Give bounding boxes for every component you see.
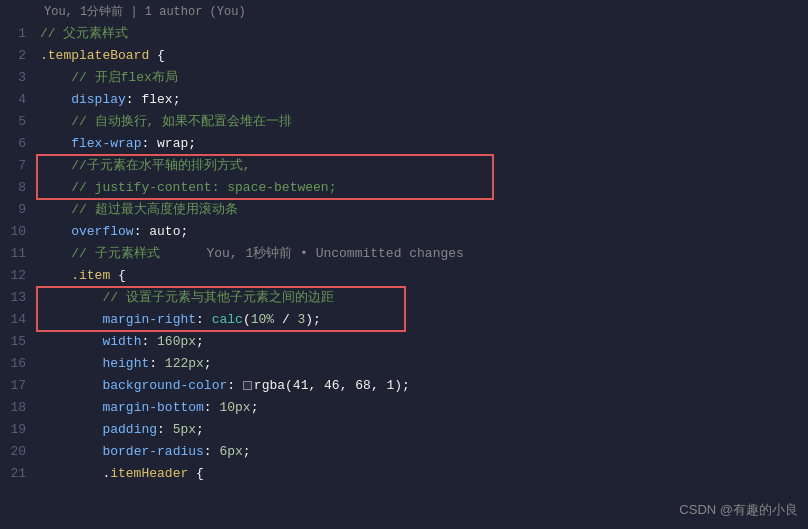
line-content[interactable]: border-radius: 6px; bbox=[36, 444, 808, 459]
token: //子元素在水平轴的排列方式, bbox=[40, 158, 251, 173]
code-area[interactable]: 1// 父元素样式2.templateBoard {3 // 开启flex布局4… bbox=[0, 22, 808, 529]
token: 10px bbox=[219, 400, 250, 415]
color-swatch-icon bbox=[243, 381, 252, 390]
token: padding bbox=[102, 422, 157, 437]
line-content[interactable]: // 子元素样式 You, 1秒钟前 • Uncommitted changes bbox=[36, 244, 808, 262]
watermark: CSDN @有趣的小良 bbox=[679, 501, 798, 519]
line-number: 20 bbox=[0, 444, 36, 459]
code-line: 4 display: flex; bbox=[0, 88, 808, 110]
token: // 父元素样式 bbox=[40, 26, 128, 41]
token: // 开启flex布局 bbox=[40, 70, 178, 85]
token: ; bbox=[180, 224, 188, 239]
token bbox=[40, 444, 102, 459]
line-content[interactable]: // 开启flex布局 bbox=[36, 68, 808, 86]
line-number: 1 bbox=[0, 26, 36, 41]
token bbox=[40, 136, 71, 151]
token: rgba(41, 46, 68, 1) bbox=[254, 378, 402, 393]
token: : bbox=[227, 378, 243, 393]
token: ; bbox=[173, 92, 181, 107]
line-content[interactable]: margin-bottom: 10px; bbox=[36, 400, 808, 415]
line-content[interactable]: // justify-content: space-between; bbox=[36, 180, 808, 195]
token: ; bbox=[402, 378, 410, 393]
line-number: 6 bbox=[0, 136, 36, 151]
code-line: 3 // 开启flex布局 bbox=[0, 66, 808, 88]
code-line: 21 .itemHeader { bbox=[0, 462, 808, 484]
token: ; bbox=[251, 400, 259, 415]
line-content[interactable]: height: 122px; bbox=[36, 356, 808, 371]
token: height bbox=[102, 356, 149, 371]
code-line: 14 margin-right: calc(10% / 3); bbox=[0, 308, 808, 330]
token bbox=[40, 400, 102, 415]
token: / bbox=[274, 312, 297, 327]
line-content[interactable]: // 设置子元素与其他子元素之间的边距 bbox=[36, 288, 808, 306]
line-content[interactable]: // 父元素样式 bbox=[36, 24, 808, 42]
token: ; bbox=[243, 444, 251, 459]
token: auto bbox=[149, 224, 180, 239]
token: { bbox=[157, 48, 165, 63]
line-content[interactable]: // 自动换行, 如果不配置会堆在一排 bbox=[36, 112, 808, 130]
line-content[interactable]: width: 160px; bbox=[36, 334, 808, 349]
token: // 超过最大高度使用滚动条 bbox=[40, 202, 238, 217]
line-content[interactable]: //子元素在水平轴的排列方式, bbox=[36, 156, 808, 174]
code-line: 17 background-color: rgba(41, 46, 68, 1)… bbox=[0, 374, 808, 396]
token: ; bbox=[196, 422, 204, 437]
line-content[interactable]: margin-right: calc(10% / 3); bbox=[36, 312, 808, 327]
token: ; bbox=[196, 334, 204, 349]
line-content[interactable]: background-color: rgba(41, 46, 68, 1); bbox=[36, 378, 808, 393]
token bbox=[40, 268, 71, 283]
line-number: 16 bbox=[0, 356, 36, 371]
token: 122px bbox=[165, 356, 204, 371]
line-number: 3 bbox=[0, 70, 36, 85]
code-line: 5 // 自动换行, 如果不配置会堆在一排 bbox=[0, 110, 808, 132]
token: You, 1秒钟前 • Uncommitted changes bbox=[160, 246, 464, 261]
git-author: You, 1分钟前 | 1 author (You) bbox=[44, 3, 246, 20]
line-content[interactable]: flex-wrap: wrap; bbox=[36, 136, 808, 151]
token: // 自动换行, 如果不配置会堆在一排 bbox=[40, 114, 292, 129]
line-content[interactable]: padding: 5px; bbox=[36, 422, 808, 437]
line-number: 10 bbox=[0, 224, 36, 239]
line-number: 19 bbox=[0, 422, 36, 437]
token: : bbox=[196, 312, 212, 327]
line-content[interactable]: .itemHeader { bbox=[36, 466, 808, 481]
line-content[interactable]: display: flex; bbox=[36, 92, 808, 107]
line-number: 8 bbox=[0, 180, 36, 195]
code-line: 18 margin-bottom: 10px; bbox=[0, 396, 808, 418]
line-content[interactable]: // 超过最大高度使用滚动条 bbox=[36, 200, 808, 218]
line-number: 18 bbox=[0, 400, 36, 415]
token: display bbox=[71, 92, 126, 107]
token: : bbox=[204, 444, 220, 459]
token: : bbox=[204, 400, 220, 415]
code-line: 20 border-radius: 6px; bbox=[0, 440, 808, 462]
code-line: 16 height: 122px; bbox=[0, 352, 808, 374]
token bbox=[40, 312, 102, 327]
token: . bbox=[40, 466, 110, 481]
code-line: 8 // justify-content: space-between; bbox=[0, 176, 808, 198]
line-content[interactable]: .templateBoard { bbox=[36, 48, 808, 63]
token: // justify-content: space-between; bbox=[40, 180, 336, 195]
token: ( bbox=[243, 312, 251, 327]
code-line: 6 flex-wrap: wrap; bbox=[0, 132, 808, 154]
line-number: 7 bbox=[0, 158, 36, 173]
line-content[interactable]: .item { bbox=[36, 268, 808, 283]
line-number: 5 bbox=[0, 114, 36, 129]
code-line: 19 padding: 5px; bbox=[0, 418, 808, 440]
code-line: 10 overflow: auto; bbox=[0, 220, 808, 242]
line-number: 11 bbox=[0, 246, 36, 261]
line-number: 12 bbox=[0, 268, 36, 283]
token: .item bbox=[71, 268, 110, 283]
code-line: 1// 父元素样式 bbox=[0, 22, 808, 44]
token: // 子元素样式 bbox=[40, 246, 160, 261]
line-number: 15 bbox=[0, 334, 36, 349]
line-number: 2 bbox=[0, 48, 36, 63]
line-number: 17 bbox=[0, 378, 36, 393]
token: : bbox=[134, 224, 150, 239]
token: : bbox=[157, 422, 173, 437]
editor: You, 1分钟前 | 1 author (You) 1// 父元素样式2.te… bbox=[0, 0, 808, 529]
token: { bbox=[110, 268, 126, 283]
code-line: 7 //子元素在水平轴的排列方式, bbox=[0, 154, 808, 176]
line-content[interactable]: overflow: auto; bbox=[36, 224, 808, 239]
line-number: 14 bbox=[0, 312, 36, 327]
token: : bbox=[126, 92, 142, 107]
token: : bbox=[149, 356, 165, 371]
token: : bbox=[141, 334, 157, 349]
